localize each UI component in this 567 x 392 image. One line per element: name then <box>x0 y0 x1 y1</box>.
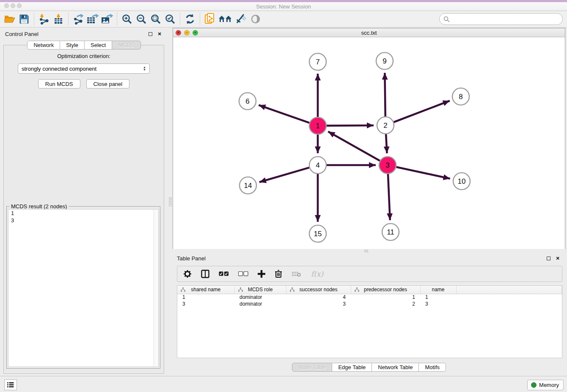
chevron-up-down-icon: ▲▼ <box>143 66 146 71</box>
zoom-out-icon[interactable] <box>134 12 149 26</box>
node-label: 6 <box>245 97 249 105</box>
show-all-icon[interactable] <box>248 12 263 26</box>
optimization-criterion-dropdown[interactable]: strongly connected component ▲▼ <box>18 63 150 74</box>
zoom-selected-icon[interactable] <box>163 12 177 26</box>
unselect-all-columns-icon[interactable] <box>238 271 248 276</box>
float-panel-icon[interactable] <box>545 255 552 262</box>
network-canvas[interactable]: 1234678910111415 <box>173 37 565 249</box>
export-image-icon[interactable] <box>100 12 114 26</box>
node-2[interactable]: 2 <box>377 117 394 134</box>
import-network-icon[interactable] <box>37 12 51 26</box>
cell-name: 1 <box>420 294 456 301</box>
tab-network[interactable]: Network <box>27 41 60 50</box>
table-toolbar: f(x) <box>177 266 562 282</box>
zoom-in-icon[interactable] <box>120 12 134 26</box>
node-3[interactable]: 3 <box>379 157 396 174</box>
tab-style[interactable]: Style <box>60 41 85 50</box>
column-header-label: successor nodes <box>299 287 337 293</box>
table-row[interactable]: 1dominator411 <box>177 294 562 301</box>
mcds-result-list[interactable]: 1 3 <box>8 209 159 367</box>
node-10[interactable]: 10 <box>453 173 470 190</box>
splitter-grip[interactable] <box>364 250 368 252</box>
tab-select[interactable]: Select <box>85 41 112 50</box>
cell-predecessor_nodes: 1 <box>351 294 420 301</box>
search-field[interactable] <box>439 13 563 25</box>
cell-predecessor_nodes: 2 <box>351 301 420 307</box>
node-15[interactable]: 15 <box>309 225 326 242</box>
table-row[interactable]: 3dominator323 <box>177 301 562 307</box>
column-header-predecessor-nodes[interactable]: predecessor nodes <box>351 286 420 294</box>
run-mcds-button[interactable]: Run MCDS <box>38 79 80 88</box>
edge-1-2[interactable] <box>327 125 374 126</box>
tab-mcds[interactable]: MCDS <box>112 41 140 50</box>
horizontal-splitter[interactable] <box>173 249 565 253</box>
optimization-criterion-label: Optimization criterion: <box>4 53 164 59</box>
result-item[interactable]: 3 <box>8 217 158 224</box>
memory-status-icon <box>531 382 537 388</box>
apply-layout-icon[interactable] <box>183 12 197 26</box>
tab-network-table[interactable]: Network Table <box>372 363 419 372</box>
search-input[interactable] <box>452 14 562 24</box>
close-panel-button[interactable]: Close panel <box>86 79 130 88</box>
node-1[interactable]: 1 <box>309 117 326 134</box>
mcds-tab-content: Optimization criterion: strongly connect… <box>3 45 164 374</box>
column-header-MCDS-role[interactable]: MCDS role <box>234 286 286 294</box>
mcds-result-group: MCDS result (2 nodes) 1 3 <box>6 206 160 369</box>
edge-2-8[interactable] <box>394 101 450 122</box>
import-table-icon[interactable] <box>51 12 66 26</box>
cell-successor_nodes: 4 <box>286 294 351 301</box>
result-item[interactable]: 1 <box>8 210 158 217</box>
table-options-gear-icon[interactable] <box>183 270 192 278</box>
export-network-icon[interactable] <box>71 12 85 26</box>
open-session-icon[interactable] <box>3 12 17 26</box>
vertical-splitter[interactable] <box>168 29 173 376</box>
save-session-icon[interactable] <box>17 12 31 26</box>
node-label: 8 <box>459 93 462 101</box>
column-header-name[interactable]: name <box>420 286 456 294</box>
edge-4-14[interactable] <box>259 168 309 182</box>
close-panel-icon[interactable]: ✕ <box>554 255 561 262</box>
show-column-icon[interactable] <box>201 270 209 278</box>
node-table: shared nameMCDS rolesuccessor nodesprede… <box>177 285 562 358</box>
app-titlebar: Session: New Session <box>0 0 567 11</box>
node-label: 10 <box>458 177 466 185</box>
edge-3-11[interactable] <box>388 174 390 220</box>
edge-1-6[interactable] <box>259 105 309 123</box>
node-11[interactable]: 11 <box>382 224 399 240</box>
select-all-columns-icon[interactable] <box>219 271 229 276</box>
mcds-result-title: MCDS result (2 nodes) <box>9 203 69 210</box>
splitter-grip[interactable] <box>169 197 172 207</box>
hide-selected-icon[interactable] <box>234 12 248 26</box>
memory-button[interactable]: Memory <box>527 380 564 390</box>
create-new-column-icon[interactable] <box>258 270 265 278</box>
node-8[interactable]: 8 <box>452 88 469 105</box>
node-6[interactable]: 6 <box>239 93 256 110</box>
network-window-title: scc.txt <box>173 30 565 36</box>
node-7[interactable]: 7 <box>309 53 326 70</box>
tab-node-table[interactable]: Node Table <box>292 363 333 372</box>
column-header-shared-name[interactable]: shared name <box>177 286 234 294</box>
edge-2-3[interactable] <box>386 134 387 153</box>
control-panel-title: Control Panel <box>5 31 39 37</box>
delete-columns-icon[interactable] <box>275 270 282 278</box>
first-neighbors-icon[interactable] <box>217 12 234 26</box>
edge-2-9[interactable] <box>385 73 385 116</box>
node-14[interactable]: 14 <box>239 177 256 194</box>
export-table-icon[interactable] <box>85 12 100 26</box>
cell-successor_nodes: 3 <box>286 301 351 307</box>
edge-3-1[interactable] <box>328 132 380 161</box>
zoom-fit-icon[interactable] <box>149 12 163 26</box>
edge-3-10[interactable] <box>396 167 450 179</box>
close-panel-icon[interactable]: ✕ <box>156 30 163 37</box>
search-icon <box>443 16 450 22</box>
column-header-label: name <box>432 287 444 293</box>
float-panel-icon[interactable] <box>147 30 154 37</box>
show-task-history-button[interactable] <box>4 379 17 390</box>
node-9[interactable]: 9 <box>376 52 393 69</box>
result-scrollbar[interactable] <box>154 210 158 367</box>
new-network-from-selection-icon[interactable] <box>203 12 217 26</box>
node-4[interactable]: 4 <box>309 157 326 174</box>
column-header-successor-nodes[interactable]: successor nodes <box>286 286 351 294</box>
tab-motifs[interactable]: Motifs <box>419 363 446 372</box>
tab-edge-table[interactable]: Edge Table <box>332 363 372 372</box>
